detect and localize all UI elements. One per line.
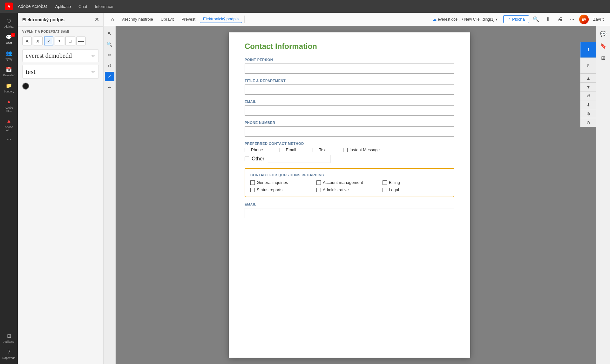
tool-text[interactable]: A xyxy=(22,37,32,45)
checkbox-email[interactable] xyxy=(280,148,284,152)
download-btn[interactable]: ⬇ xyxy=(543,14,553,24)
page-action[interactable]: ⬇ xyxy=(580,100,596,109)
sidebar-label-adobe2: Adobe Ac... xyxy=(2,125,16,132)
page-up[interactable]: ▲ xyxy=(580,74,596,83)
signature-edit-2[interactable]: ✏ xyxy=(92,69,95,74)
sidebar-item-adobe2[interactable]: ▲ Adobe Ac... xyxy=(1,116,17,134)
search-btn[interactable]: 🔍 xyxy=(531,14,541,24)
pen-tool[interactable]: ✏ xyxy=(105,50,114,60)
rotate-tool[interactable]: ↺ xyxy=(105,61,114,71)
sidebar-item-tymy[interactable]: 👥 Týmy xyxy=(1,48,17,63)
more-btn[interactable]: ··· xyxy=(567,14,577,24)
checkbox-phone[interactable] xyxy=(245,148,249,152)
tymy-icon: 👥 xyxy=(5,50,12,57)
checkbox-instant[interactable] xyxy=(343,148,348,152)
app-bar: A Adobe Acrobat Aplikace Chat Informace xyxy=(0,0,610,13)
checkbox-other[interactable] xyxy=(245,157,249,161)
sidebar-item-kalendar[interactable]: 📅 Kalendář xyxy=(1,64,17,79)
nav-chat[interactable]: Chat xyxy=(75,3,90,10)
sign-panel-title: Elektronický podpis xyxy=(22,17,64,22)
signature-edit-1[interactable]: ✏ xyxy=(92,53,95,58)
sign-panel: Elektronický podpis ✕ VYPLNIT A PODEPSAT… xyxy=(18,13,104,364)
page-1[interactable]: 1 xyxy=(580,42,596,58)
ink-tool[interactable]: ✒ xyxy=(105,83,114,92)
sidebar-item-adobe1[interactable]: ▲ Adobe Ac... xyxy=(1,96,17,114)
contact-questions-box: CONTACT FOR QUESTIONS REGARDING General … xyxy=(245,168,454,197)
sidebar-item-aktivita[interactable]: ⬡ Aktivita xyxy=(1,15,17,30)
input-email[interactable] xyxy=(245,105,454,116)
color-picker[interactable] xyxy=(22,83,29,90)
signature-text-2: test xyxy=(26,68,36,76)
input-point-person[interactable] xyxy=(245,64,454,74)
label-email-bottom: EMAIL xyxy=(245,202,454,206)
tool-cross[interactable]: X xyxy=(33,37,43,45)
aktivita-icon: ⬡ xyxy=(5,17,12,24)
nav-aplikace[interactable]: Aplikace xyxy=(52,3,74,10)
page-down[interactable]: ▼ xyxy=(580,83,596,91)
checkbox-text[interactable] xyxy=(313,148,317,152)
tool-dot[interactable]: • xyxy=(55,37,64,45)
cursor-tool[interactable]: ↖ xyxy=(105,29,114,38)
input-phone[interactable] xyxy=(245,126,454,137)
tool-check[interactable]: ✓ xyxy=(44,37,53,45)
sign-panel-section-label: VYPLNIT A PODEPSAT SAMI xyxy=(22,30,99,33)
option-legal: Legal xyxy=(383,187,449,192)
checkbox-status[interactable] xyxy=(250,188,255,192)
other-input[interactable] xyxy=(267,155,330,163)
option-status: Status reports xyxy=(250,187,316,192)
sidebar-item-soubory[interactable]: 📁 Soubory xyxy=(1,80,17,95)
contact-options: General inquiries Account management Bil… xyxy=(250,180,449,192)
sidebar-item-chat[interactable]: 💬 Chat 1 xyxy=(1,31,17,46)
input-email-bottom[interactable] xyxy=(245,208,454,218)
refresh-page[interactable]: ↺ xyxy=(580,91,596,100)
nav-vsechny-nastroje[interactable]: Všechny nástroje xyxy=(118,16,156,23)
input-title-dept[interactable] xyxy=(245,84,454,95)
tool-dash[interactable]: — xyxy=(76,37,86,45)
nav-upravit[interactable]: Upravit xyxy=(158,16,177,23)
sign-panel-close[interactable]: ✕ xyxy=(95,17,99,23)
zoom-out[interactable]: ⊖ xyxy=(580,118,596,127)
app-logo: A xyxy=(5,3,13,10)
label-title-dept: TITLE & DEPARTMENT xyxy=(245,79,454,83)
dropdown-icon[interactable]: ▾ xyxy=(496,17,498,22)
grid-btn[interactable]: ⊞ xyxy=(598,53,608,63)
doc-file-info: ☁ everest dce... / New Clie...ding(1) ▾ xyxy=(433,17,498,22)
label-other-opt: Other xyxy=(252,156,264,162)
nav-elektronicky-podpis[interactable]: Elektronický podpis xyxy=(200,15,242,23)
home-btn[interactable]: ⌂ xyxy=(107,14,118,24)
label-text-opt: Text xyxy=(319,147,327,152)
label-phone-opt: Phone xyxy=(251,147,263,152)
kalendar-icon: 📅 xyxy=(5,66,12,73)
checkbox-admin[interactable] xyxy=(316,188,321,192)
doc-area: Contact Information POINT PERSON TITLE &… xyxy=(116,26,596,364)
doc-toolbar-actions: ↗ Plocha 🔍 ⬇ 🖨 ··· EV Zavřít xyxy=(503,14,606,24)
print-btn[interactable]: 🖨 xyxy=(555,14,565,24)
zoom-in[interactable]: ⊕ xyxy=(580,109,596,118)
sidebar-more[interactable]: ··· xyxy=(6,136,11,143)
option-instant: Instant Message xyxy=(343,147,380,152)
option-billing: Billing xyxy=(383,180,449,185)
bookmark-btn[interactable]: 🔖 xyxy=(598,41,608,51)
adobe1-icon: ▲ xyxy=(5,98,12,105)
page-5[interactable]: 5 xyxy=(580,58,596,74)
zavrit-btn[interactable]: Zavřít xyxy=(591,16,606,23)
sidebar-item-aplikace[interactable]: ⊞ Aplikace xyxy=(1,330,17,345)
checkbox-general[interactable] xyxy=(250,180,255,185)
nav-informace[interactable]: Informace xyxy=(92,3,116,10)
plocha-btn[interactable]: ↗ Plocha xyxy=(503,15,529,23)
checkbox-legal[interactable] xyxy=(383,188,387,192)
tool-rect[interactable]: □ xyxy=(65,37,75,45)
adobe2-icon: ▲ xyxy=(5,118,12,125)
zoom-tool[interactable]: 🔍 xyxy=(105,39,114,49)
checkbox-billing[interactable] xyxy=(383,180,387,185)
doc-nav: Všechny nástroje Upravit Převést Elektro… xyxy=(118,15,242,23)
sidebar-label-kalendar: Kalendář xyxy=(3,74,15,77)
check-tool[interactable]: ✓ xyxy=(105,72,114,81)
avatar[interactable]: EV xyxy=(579,15,589,24)
chat-right-btn[interactable]: 💬 xyxy=(598,29,608,39)
nav-prevest[interactable]: Převést xyxy=(178,16,199,23)
doc-toolbar: ⌂ Všechny nástroje Upravit Převést Elekt… xyxy=(104,13,610,26)
option-admin: Administrative xyxy=(316,187,383,192)
sidebar-item-napoveda[interactable]: ? Nápověda xyxy=(1,347,17,361)
checkbox-account[interactable] xyxy=(316,180,321,185)
